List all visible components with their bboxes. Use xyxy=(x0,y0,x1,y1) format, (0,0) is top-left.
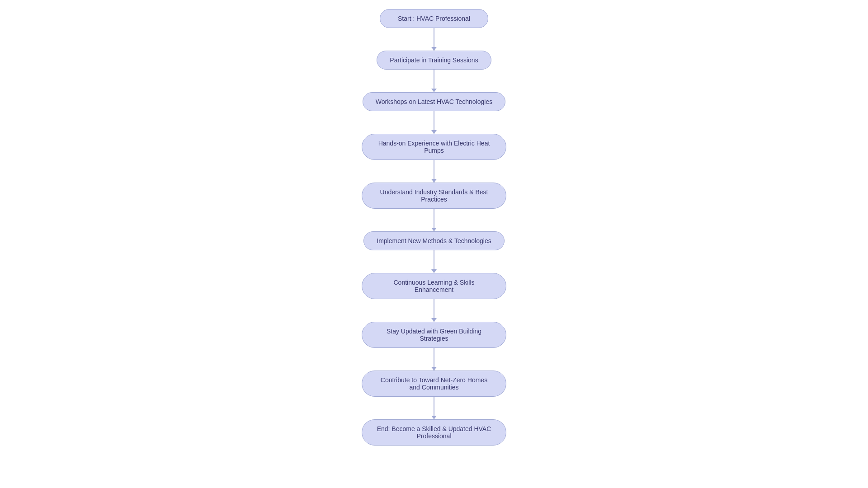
flowchart-node-understand: Understand Industry Standards & Best Pra… xyxy=(362,183,506,209)
flowchart-connector-0 xyxy=(434,28,434,51)
flowchart-connector-4 xyxy=(434,209,434,231)
flowchart-node-contribute: Contribute to Toward Net-Zero Homes and … xyxy=(362,371,506,397)
flowchart-connector-5 xyxy=(434,250,434,273)
flowchart-node-workshops: Workshops on Latest HVAC Technologies xyxy=(363,92,505,111)
flowchart-node-participate: Participate in Training Sessions xyxy=(377,51,491,70)
flowchart-node-continuous: Continuous Learning & Skills Enhancement xyxy=(362,273,506,299)
flowchart-node-start: Start : HVAC Professional xyxy=(380,9,488,28)
flowchart-connector-1 xyxy=(434,70,434,92)
flowchart-connector-7 xyxy=(434,348,434,371)
flowchart-connector-3 xyxy=(434,160,434,183)
flowchart-connector-2 xyxy=(434,111,434,134)
flowchart-node-hands-on: Hands-on Experience with Electric Heat P… xyxy=(362,134,506,160)
flowchart-node-stay-updated: Stay Updated with Green Building Strateg… xyxy=(362,322,506,348)
flowchart-node-end: End: Become a Skilled & Updated HVAC Pro… xyxy=(362,419,506,446)
flowchart-connector-8 xyxy=(434,397,434,419)
flowchart-node-implement: Implement New Methods & Technologies xyxy=(363,231,504,250)
flowchart-connector-6 xyxy=(434,299,434,322)
flowchart-container: Start : HVAC ProfessionalParticipate in … xyxy=(0,0,868,464)
